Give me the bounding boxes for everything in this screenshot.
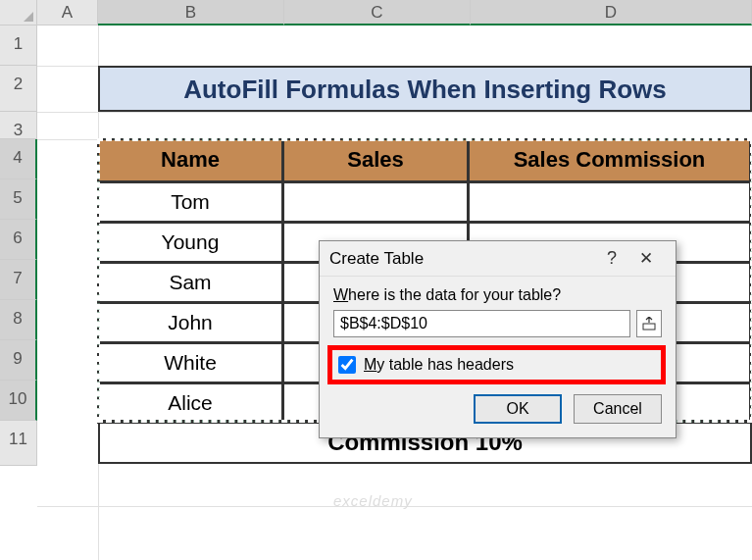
headers-checkbox-row: My table has headers	[336, 352, 657, 378]
row-header-9[interactable]: 9	[0, 340, 37, 381]
cell-name[interactable]: Alice	[97, 382, 283, 424]
dialog-title: Create Table	[329, 249, 597, 269]
create-table-dialog: Create Table ? ✕ Where is the data for y…	[319, 240, 677, 438]
ok-button[interactable]: OK	[474, 394, 562, 424]
svg-rect-0	[643, 324, 655, 330]
spreadsheet: A B C D 1 2 3 4 5 6 7 8 9 10 11 AutoFill…	[0, 0, 752, 560]
help-icon[interactable]: ?	[597, 248, 627, 269]
column-headers: A B C D	[37, 0, 752, 25]
header-sales: Sales	[282, 138, 469, 182]
cell-name[interactable]: Tom	[97, 181, 283, 223]
dialog-titlebar[interactable]: Create Table ? ✕	[320, 241, 676, 277]
cell-name[interactable]: Sam	[97, 262, 283, 303]
highlight-annotation: My table has headers	[327, 345, 666, 384]
dialog-body: Where is the data for your table? My tab…	[320, 277, 676, 437]
cell-name[interactable]: White	[97, 342, 283, 383]
headers-checkbox[interactable]	[338, 356, 356, 374]
col-header-d[interactable]: D	[471, 0, 752, 25]
row-header-2[interactable]: 2	[0, 66, 37, 112]
col-header-a[interactable]: A	[37, 0, 98, 25]
range-input-row	[333, 310, 662, 337]
watermark: exceldemy	[333, 492, 413, 509]
cell-name[interactable]: Young	[97, 222, 283, 263]
row-headers: 1 2 3 4 5 6 7 8 9 10 11	[0, 25, 37, 466]
range-input[interactable]	[333, 310, 630, 337]
row-header-6[interactable]: 6	[0, 220, 37, 260]
cell-sales[interactable]	[282, 181, 469, 223]
col-header-c[interactable]: C	[284, 0, 471, 25]
cell-commission[interactable]	[468, 181, 751, 223]
header-name: Name	[97, 138, 283, 182]
gridline	[37, 112, 752, 113]
cancel-button[interactable]: Cancel	[574, 394, 662, 424]
table-row: Tom	[98, 182, 752, 223]
row-header-1[interactable]: 1	[0, 25, 37, 66]
row-header-5[interactable]: 5	[0, 179, 37, 220]
table-header-row: Name Sales Sales Commission	[98, 139, 752, 182]
collapse-dialog-icon[interactable]	[636, 310, 662, 337]
row-header-7[interactable]: 7	[0, 260, 37, 300]
row-header-8[interactable]: 8	[0, 300, 37, 340]
close-icon[interactable]: ✕	[627, 248, 666, 269]
header-commission: Sales Commission	[468, 138, 751, 182]
select-all-corner[interactable]	[0, 0, 37, 25]
range-prompt: Where is the data for your table?	[333, 286, 662, 304]
page-title: AutoFill Formulas When Inserting Rows	[98, 66, 752, 112]
row-header-4[interactable]: 4	[0, 139, 37, 179]
row-header-10[interactable]: 10	[0, 381, 37, 421]
cell-name[interactable]: John	[97, 302, 283, 343]
headers-checkbox-label: My table has headers	[364, 356, 514, 374]
row-header-3[interactable]: 3	[0, 112, 37, 139]
dialog-buttons: OK Cancel	[333, 394, 662, 424]
col-header-b[interactable]: B	[98, 0, 284, 25]
row-header-11[interactable]: 11	[0, 421, 37, 466]
